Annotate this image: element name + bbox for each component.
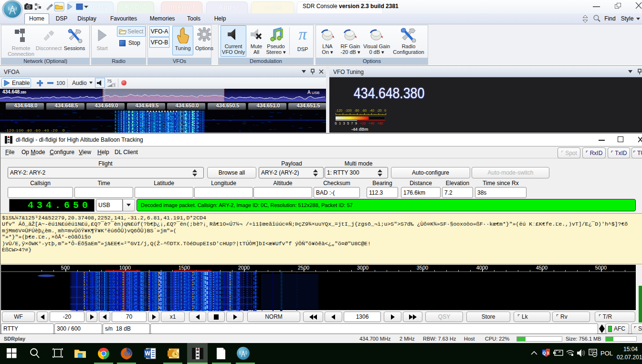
svg-text:Q: Q bbox=[543, 351, 546, 355]
svg-text:3: 3 bbox=[547, 351, 549, 355]
svg-text:W: W bbox=[145, 350, 151, 357]
